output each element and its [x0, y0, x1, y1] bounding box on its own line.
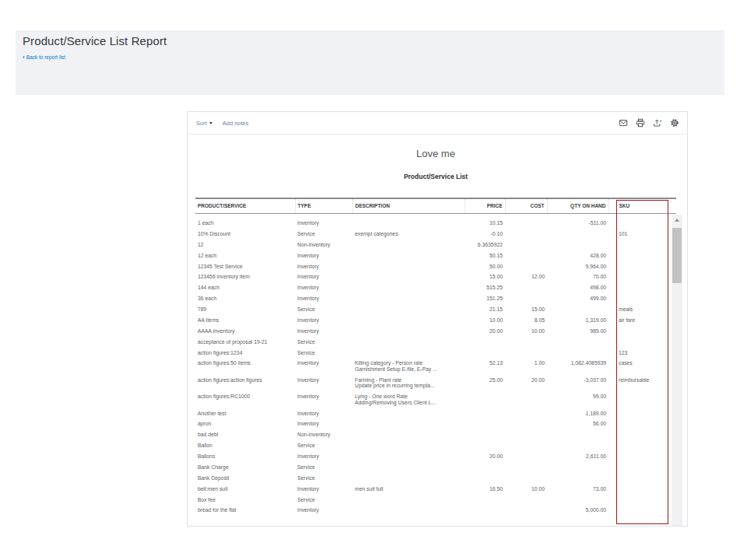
- description-line: exempt categories: [355, 231, 462, 237]
- description-line: Garnishment Setup E-file, E-Pay ...: [355, 366, 462, 373]
- export-icon: [653, 118, 662, 128]
- table-cell: Inventory: [295, 418, 352, 429]
- table-cell: [547, 429, 608, 440]
- table-cell: 1,319.00: [547, 315, 608, 326]
- chevron-down-icon: [209, 122, 212, 124]
- column-header: DESCRIPTION: [352, 198, 465, 214]
- add-notes-button[interactable]: Add notes: [223, 120, 249, 127]
- table-cell: [608, 440, 676, 451]
- table-cell: Service: [295, 494, 352, 505]
- table-cell: [547, 347, 608, 358]
- description-cell: [352, 505, 465, 516]
- export-button[interactable]: [653, 118, 662, 128]
- table-cell: Inventory: [295, 505, 352, 516]
- table-cell: Another test: [195, 408, 295, 418]
- description-cell: [352, 326, 465, 337]
- table-cell: Service: [295, 440, 352, 451]
- table-cell: 21.15: [465, 304, 505, 315]
- table-cell: 15.00: [465, 271, 505, 282]
- table-cell: [608, 391, 676, 408]
- triangle-up-icon: [675, 219, 679, 222]
- page-header: Product/Service List Report ‹ Back to re…: [16, 30, 724, 95]
- table-cell: [465, 391, 505, 408]
- table-cell: [608, 271, 676, 282]
- table-row: acceptance of proposal 19-21Service: [195, 336, 676, 347]
- table-row: action figures:RC1000InventoryLying - On…: [195, 391, 676, 408]
- description-line: men suit full: [355, 486, 462, 492]
- table-cell: 123: [608, 347, 676, 358]
- table-row: belt:men suitInventorymen suit full16.50…: [195, 483, 676, 494]
- table-cell: [608, 418, 676, 429]
- table-cell: 101: [608, 229, 676, 240]
- table-cell: Ballons: [195, 451, 295, 462]
- table-cell: 10% Discount: [195, 229, 295, 240]
- table-cell: 498.00: [547, 282, 608, 293]
- table-cell: Service: [295, 473, 352, 484]
- table-row: 10% DiscountServiceexempt categories-0.1…: [195, 229, 676, 240]
- scrollbar-thumb[interactable]: [672, 228, 682, 283]
- table-cell: [608, 326, 676, 337]
- table-row: AA ItemsInventory10.008.051,319.00air fa…: [195, 315, 676, 326]
- table-cell: [547, 304, 608, 315]
- table-cell: [505, 261, 547, 271]
- table-cell: [608, 240, 676, 250]
- table-row: Another testInventory1,189.00: [195, 408, 676, 418]
- table-header-row: PRODUCT/SERVICETYPEDESCRIPTIONPRICECOSTQ…: [195, 198, 676, 214]
- table-row: 144 eachInventory515.25498.00: [195, 282, 676, 293]
- table-cell: Inventory: [295, 282, 352, 293]
- table-cell: cases: [608, 358, 676, 374]
- description-cell: [352, 408, 465, 418]
- table-cell: Service: [295, 336, 352, 347]
- table-cell: Inventory: [295, 326, 352, 337]
- description-cell: [352, 293, 465, 304]
- table-cell: 50.15: [465, 250, 505, 261]
- description-cell: [352, 473, 465, 484]
- table-cell: Service: [295, 229, 352, 240]
- table-cell: 789: [195, 304, 295, 315]
- table-cell: 10.00: [465, 315, 505, 326]
- table-cell: [505, 229, 547, 240]
- back-to-report-list-link[interactable]: ‹ Back to report list: [23, 54, 65, 60]
- table-cell: Box fee: [195, 494, 295, 505]
- table-cell: [505, 391, 547, 408]
- description-cell: [352, 282, 465, 293]
- table-cell: [608, 429, 676, 440]
- report-toolbar: Sort Add notes: [188, 112, 687, 135]
- description-cell: men suit full: [352, 483, 465, 494]
- description-cell: [352, 271, 465, 282]
- table-cell: [505, 494, 547, 505]
- table-cell: [505, 282, 547, 293]
- settings-button[interactable]: [670, 118, 679, 128]
- table-cell: belt:men suit: [195, 483, 295, 494]
- table-scrollbar[interactable]: [672, 215, 682, 526]
- description-cell: [352, 347, 465, 358]
- table-cell: 1.00: [505, 358, 547, 374]
- report-name: Product/Service List: [195, 173, 676, 180]
- table-cell: Inventory: [295, 483, 352, 494]
- table-row: Bank ChargeService: [195, 462, 676, 473]
- table-row: 36 eachInventory151.25499.00: [195, 293, 676, 304]
- table-cell: 151.25: [465, 293, 505, 304]
- scroll-up-button[interactable]: [672, 215, 682, 225]
- table-cell: action figures:1234: [195, 347, 295, 358]
- sort-button[interactable]: Sort: [196, 120, 212, 127]
- table-cell: [505, 250, 547, 261]
- table-row: 789Service21.1515.00meals: [195, 304, 676, 315]
- sort-label: Sort: [196, 120, 207, 127]
- table-cell: Non-inventory: [295, 429, 352, 440]
- table-cell: 5,000.00: [547, 505, 608, 516]
- print-button[interactable]: [636, 118, 645, 128]
- table-cell: [465, 473, 505, 484]
- table-cell: [608, 483, 676, 494]
- email-button[interactable]: [619, 118, 628, 128]
- table-row: action figures:50 itemsInventoryKilling …: [195, 358, 676, 374]
- table-cell: Non-inventory: [295, 240, 352, 250]
- table-cell: [465, 494, 505, 505]
- table-cell: 989.00: [547, 326, 608, 337]
- table-row: bad debtNon-inventory: [195, 429, 676, 440]
- table-cell: 499.00: [547, 293, 608, 304]
- table-cell: action figures:RC1000: [195, 391, 295, 408]
- table-cell: Inventory: [295, 293, 352, 304]
- table-cell: 12345 Test Service: [195, 261, 295, 271]
- table-cell: [505, 408, 547, 418]
